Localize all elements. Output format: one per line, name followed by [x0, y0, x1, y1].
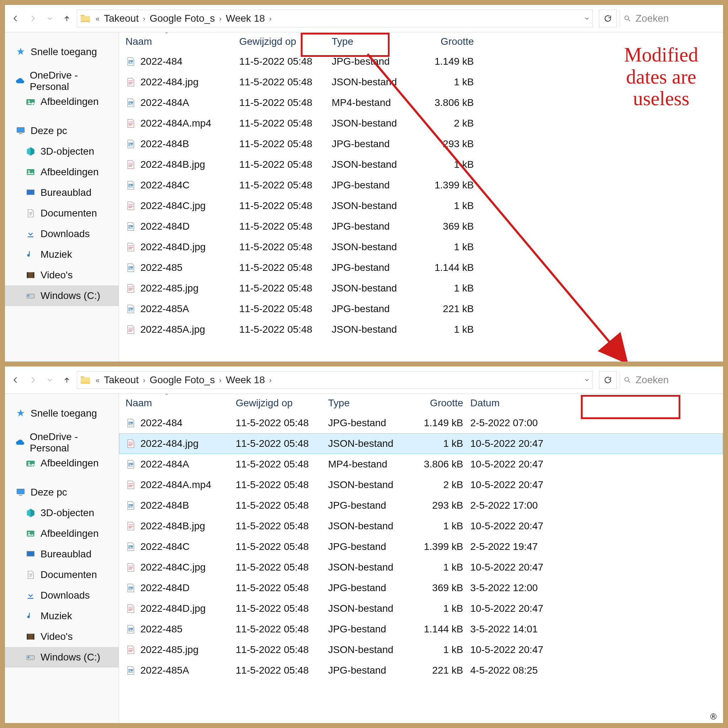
sidebar-item[interactable]: Afbeeldingen [5, 453, 119, 474]
music-icon [26, 611, 35, 621]
file-row[interactable]: 2022-484A11-5-2022 05:48MP4-bestand3.806… [119, 454, 723, 474]
sidebar-item[interactable]: Afbeeldingen [5, 523, 119, 544]
address-bar[interactable]: « Takeout › Google Foto_s › Week 18 › [77, 9, 593, 28]
file-icon [125, 583, 136, 593]
sidebar-item[interactable]: 3D-objecten [5, 503, 119, 523]
file-row[interactable]: 2022-485.jpg11-5-2022 05:48JSON-bestand1… [119, 639, 723, 660]
column-type[interactable]: Type [328, 398, 410, 409]
sidebar-item[interactable]: Downloads [5, 585, 119, 606]
file-row[interactable]: 2022-485A.jpg11-5-2022 05:48JSON-bestand… [119, 319, 723, 340]
file-row[interactable]: 2022-484D.jpg11-5-2022 05:48JSON-bestand… [119, 598, 723, 619]
nav-forward-button[interactable] [26, 373, 40, 387]
file-row[interactable]: 2022-485A11-5-2022 05:48JPG-bestand221 k… [119, 298, 723, 319]
sidebar-item[interactable]: Muziek [5, 244, 119, 265]
nav-up-button[interactable] [60, 11, 74, 26]
file-row[interactable]: 2022-485.jpg11-5-2022 05:48JSON-bestand1… [119, 278, 723, 298]
column-date[interactable]: Datum [470, 398, 563, 409]
breadcrumb-item[interactable]: Google Foto_s [147, 13, 217, 24]
nav-up-button[interactable] [60, 373, 74, 387]
chevron-down-icon[interactable] [584, 15, 590, 22]
file-modified: 11-5-2022 05:48 [239, 262, 332, 273]
column-name[interactable]: Naam [125, 398, 236, 409]
sidebar-item[interactable]: Downloads [5, 223, 119, 244]
svg-rect-87 [128, 567, 133, 568]
chevron-down-icon[interactable] [584, 377, 590, 383]
sidebar-item[interactable]: Muziek [5, 606, 119, 626]
file-name: 2022-484D [141, 582, 190, 593]
svg-rect-88 [128, 569, 132, 570]
nav-recent-dropdown[interactable] [43, 11, 57, 26]
column-size[interactable]: Grootte [417, 36, 481, 47]
file-row[interactable]: 2022-48511-5-2022 05:48JPG-bestand1.144 … [119, 619, 723, 639]
file-row[interactable]: 2022-484D11-5-2022 05:48JPG-bestand369 k… [119, 216, 723, 237]
column-size[interactable]: Grootte [410, 398, 470, 409]
file-row[interactable]: 2022-484B11-5-2022 05:48JPG-bestand293 k… [119, 495, 723, 516]
address-bar[interactable]: « Takeout › Google Foto_s › Week 18 › [77, 371, 593, 389]
sidebar-item[interactable]: Deze pc [5, 482, 119, 503]
sidebar-item-label: Afbeeldingen [41, 96, 98, 107]
nav-forward-button[interactable] [26, 11, 40, 26]
sidebar-item[interactable]: Deze pc [5, 121, 119, 141]
file-row[interactable]: 2022-484A.mp411-5-2022 05:48JSON-bestand… [119, 113, 723, 134]
breadcrumb-prefix: « [94, 15, 101, 23]
nav-back-button[interactable] [9, 373, 23, 387]
sidebar-item[interactable]: Snelle toegang [5, 41, 119, 62]
file-row[interactable]: 2022-484B.jpg11-5-2022 05:48JSON-bestand… [119, 154, 723, 175]
file-row[interactable]: 2022-484B11-5-2022 05:48JPG-bestand293 k… [119, 134, 723, 154]
down-icon [26, 590, 35, 600]
file-row[interactable]: 2022-484C.jpg11-5-2022 05:48JSON-bestand… [119, 557, 723, 578]
file-date: 10-5-2022 20:47 [470, 644, 563, 656]
file-row[interactable]: 2022-484C11-5-2022 05:48JPG-bestand1.399… [119, 175, 723, 196]
sidebar-item[interactable]: Bureaublad [5, 182, 119, 203]
svg-point-48 [129, 308, 130, 309]
sidebar-item[interactable]: Snelle toegang [5, 403, 119, 424]
column-type[interactable]: Type [332, 36, 417, 47]
svg-rect-59 [19, 495, 22, 496]
nav-recent-dropdown[interactable] [43, 373, 57, 387]
refresh-button[interactable] [599, 371, 617, 389]
file-type: JSON-bestand [332, 118, 417, 129]
sidebar-item[interactable]: OneDrive - Personal [5, 432, 119, 453]
breadcrumb-item[interactable]: Week 18 [223, 374, 267, 386]
sidebar-item[interactable]: Video's [5, 626, 119, 647]
sidebar-item[interactable]: Documenten [5, 564, 119, 585]
sidebar-item[interactable]: 3D-objecten [5, 141, 119, 162]
sidebar-item[interactable]: Afbeeldingen [5, 162, 119, 182]
cube-icon [26, 147, 35, 156]
column-modified[interactable]: Gewijzigd op [239, 36, 332, 47]
nav-back-button[interactable] [9, 11, 23, 26]
file-modified: 11-5-2022 05:48 [236, 603, 328, 614]
file-row[interactable]: 2022-484D11-5-2022 05:48JPG-bestand369 k… [119, 578, 723, 598]
file-name: 2022-484C.jpg [141, 562, 206, 573]
file-row[interactable]: 2022-484.jpg11-5-2022 05:48JSON-bestand1… [119, 433, 723, 454]
file-row[interactable]: 2022-484A.mp411-5-2022 05:48JSON-bestand… [119, 474, 723, 495]
sidebar-item[interactable]: OneDrive - Personal [5, 71, 119, 91]
sidebar-item[interactable]: Documenten [5, 203, 119, 223]
sidebar-item-label: Afbeeldingen [41, 528, 98, 539]
file-row[interactable]: 2022-48511-5-2022 05:48JPG-bestand1.144 … [119, 257, 723, 278]
file-row[interactable]: 2022-48411-5-2022 05:48JPG-bestand1.149 … [119, 413, 723, 433]
breadcrumb-item[interactable]: Week 18 [223, 13, 267, 24]
file-name: 2022-484A.mp4 [141, 479, 211, 491]
sidebar-item-label: Video's [41, 269, 72, 281]
search-input[interactable]: Zoeken [619, 372, 719, 388]
search-placeholder: Zoeken [636, 13, 668, 24]
breadcrumb-item[interactable]: Google Foto_s [147, 374, 217, 386]
file-row[interactable]: 2022-484B.jpg11-5-2022 05:48JSON-bestand… [119, 516, 723, 537]
file-row[interactable]: 2022-484D.jpg11-5-2022 05:48JSON-bestand… [119, 237, 723, 257]
sidebar-item[interactable]: Bureaublad [5, 544, 119, 564]
sidebar-item[interactable]: Windows (C:) [5, 647, 119, 668]
sidebar-item[interactable]: Windows (C:) [5, 286, 119, 306]
column-name[interactable]: Naam [125, 36, 239, 47]
sidebar-item[interactable]: Afbeeldingen [5, 91, 119, 112]
search-input[interactable]: Zoeken [619, 10, 719, 27]
refresh-button[interactable] [599, 9, 617, 28]
breadcrumb-item[interactable]: Takeout [102, 374, 141, 386]
file-row[interactable]: 2022-484C.jpg11-5-2022 05:48JSON-bestand… [119, 196, 723, 216]
sidebar-item[interactable]: Video's [5, 265, 119, 286]
file-row[interactable]: 2022-485A11-5-2022 05:48JPG-bestand221 k… [119, 660, 723, 681]
column-modified[interactable]: Gewijzigd op [236, 398, 328, 409]
breadcrumb-item[interactable]: Takeout [102, 13, 141, 24]
svg-rect-46 [128, 286, 133, 288]
file-row[interactable]: 2022-484C11-5-2022 05:48JPG-bestand1.399… [119, 537, 723, 557]
